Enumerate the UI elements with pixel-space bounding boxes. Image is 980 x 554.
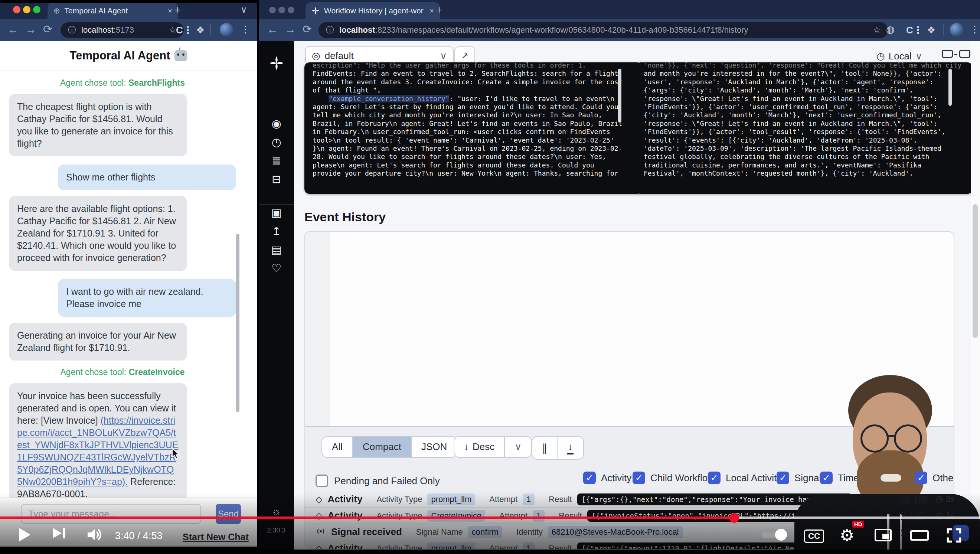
checkbox-checked[interactable]: ✓	[708, 471, 721, 484]
tab-search-chevron-icon[interactable]: ∨	[240, 5, 247, 15]
new-tab-button[interactable]: +	[175, 4, 181, 16]
captions-button[interactable]: CC	[804, 530, 824, 543]
robot-icon	[175, 50, 187, 61]
bookmark-star-icon[interactable]: ☆	[873, 25, 880, 35]
profile-avatar[interactable]	[950, 23, 963, 37]
zoom-window-button[interactable]	[288, 7, 294, 13]
view-mode-all[interactable]: All	[322, 437, 352, 457]
toolbar-divider	[210, 24, 211, 35]
pending-filter[interactable]: Pending and Failed Only	[315, 474, 440, 487]
code-panel-scrollbar[interactable]	[948, 69, 952, 106]
extensions-puzzle-icon[interactable]: ❖	[927, 24, 935, 36]
code-line: around the event dates 3. CreateInvoice:…	[313, 78, 634, 86]
filter-local-activity[interactable]: ✓Local Activity	[708, 471, 781, 484]
workflows-icon[interactable]: ◉	[259, 117, 294, 130]
glasses-right-lens	[894, 424, 922, 453]
url-host: localhost	[339, 25, 375, 35]
back-icon[interactable]: ←	[267, 24, 278, 35]
bookmark-star-icon[interactable]: ☆	[169, 25, 176, 35]
next-icon[interactable]	[53, 528, 65, 540]
checkbox-checked[interactable]: ✓	[915, 471, 927, 484]
new-tab-button[interactable]: +	[436, 4, 443, 16]
play-icon[interactable]	[19, 528, 30, 541]
sort-desc-button[interactable]: ↓Desc	[454, 437, 504, 457]
right-address-bar[interactable]: ⓘ localhost:8233/namespaces/default/work…	[318, 22, 888, 38]
chat-scrollbar[interactable]	[236, 234, 239, 412]
code-line: 'FindEvents'}}, {'actor': 'tool_result',…	[644, 128, 964, 136]
timezone-select[interactable]: ◷ Local ∨	[877, 51, 923, 62]
minimize-window-button[interactable]	[278, 7, 285, 13]
theater-mode-icon[interactable]	[910, 530, 929, 541]
import-icon[interactable]: ↥	[259, 224, 294, 238]
input-payload-panel[interactable]: escription": "Help the user gather args …	[304, 62, 642, 194]
checkbox-unchecked[interactable]	[315, 474, 328, 487]
code-line: }\n agent: Found an event! There's Carni…	[313, 145, 634, 153]
left-address-bar[interactable]: ⓘ localhost:5173 ☆	[60, 22, 184, 38]
site-info-icon[interactable]: ⓘ	[68, 24, 76, 36]
close-tab-icon[interactable]: ×	[168, 7, 172, 15]
view-mode-json[interactable]: JSON	[411, 437, 457, 457]
invoice-link[interactable]: (https://invoice.stripe.com/i/acct_1NBOL…	[17, 415, 178, 487]
sidebar-divider	[259, 204, 294, 205]
schedules-icon[interactable]: ◷	[259, 135, 294, 148]
site-info-icon[interactable]: ⓘ	[326, 24, 334, 36]
feedback-icon[interactable]: ♡	[259, 262, 294, 275]
checkbox-checked[interactable]: ✓	[633, 471, 645, 484]
checkbox-checked[interactable]: ✓	[583, 471, 596, 484]
download-button[interactable]: ↓	[557, 437, 583, 459]
labs-icon[interactable]: ▤	[259, 243, 294, 256]
url-path: :8233/namespaces/default/workflows/agent…	[375, 25, 748, 35]
temporal-logo-icon[interactable]	[269, 56, 284, 70]
onepassword-icon[interactable]: ◍	[886, 24, 895, 35]
reload-icon[interactable]: ⟳	[43, 24, 52, 35]
fullscreen-icon[interactable]	[946, 527, 962, 544]
close-tab-icon[interactable]: ×	[430, 7, 434, 15]
filter-activity[interactable]: ✓Activity	[583, 471, 632, 484]
back-icon[interactable]: ←	[8, 24, 19, 35]
reload-icon[interactable]: ⟳	[302, 24, 312, 35]
extension-c-icon[interactable]: C⋮	[906, 24, 923, 36]
browser-menu-icon[interactable]: ⋮	[970, 24, 980, 35]
filter-child-workflow[interactable]: ✓Child Workflow	[633, 471, 714, 484]
code-line: FindEvents: Find an event to travel to 2…	[313, 69, 634, 78]
forward-icon[interactable]: →	[25, 24, 37, 35]
browser-menu-icon[interactable]: ⋮	[240, 24, 250, 35]
tab-temporal-ai-agent[interactable]: ⊕ Temporal AI Agent ×	[48, 2, 178, 19]
minimize-window-button[interactable]	[23, 6, 30, 13]
page-scrollbar-thumb[interactable]	[972, 204, 978, 338]
nexus-icon[interactable]: ▣	[259, 206, 294, 219]
profile-avatar[interactable]	[220, 23, 233, 37]
settings-gear-icon[interactable]: ⚙	[840, 526, 854, 545]
deployments-icon[interactable]: ≣	[259, 154, 294, 167]
code-line: 28. Would you like to search for flights…	[313, 153, 634, 161]
zoom-window-button[interactable]	[33, 6, 40, 13]
filter-other[interactable]: ✓Other	[915, 471, 955, 484]
timezone-value: Local	[889, 51, 912, 62]
close-window-button[interactable]	[269, 7, 276, 13]
batch-icon[interactable]: ⊟	[259, 173, 294, 186]
labs-glasses-icon[interactable]	[942, 50, 970, 59]
code-line: 'FindEvents'}}, {'actor': 'user_confirme…	[644, 103, 964, 111]
glasses-left-lens	[861, 424, 889, 453]
forward-icon[interactable]: →	[285, 24, 296, 35]
video-time: 3:40 / 4:53	[115, 530, 162, 542]
volume-icon[interactable]	[86, 527, 102, 542]
miniplayer-icon[interactable]	[875, 529, 892, 541]
view-mode-compact[interactable]: Compact	[352, 437, 411, 457]
pause-button[interactable]: ∥	[532, 437, 557, 459]
extension-c-icon[interactable]: C⋮	[176, 24, 192, 36]
close-window-button[interactable]	[13, 6, 21, 13]
sort-chevron-button[interactable]: ∨	[504, 437, 531, 457]
result-payload-panel[interactable]: 'none'}}, {'next': 'question', 'response…	[635, 62, 972, 194]
autoplay-toggle[interactable]	[762, 532, 787, 538]
extensions-puzzle-icon[interactable]: ❖	[196, 24, 205, 36]
code-panel-scrollbar[interactable]	[618, 69, 621, 123]
namespace-value: default	[325, 50, 354, 62]
code-line: 'response': \"Great! Let's find an event…	[644, 119, 964, 128]
chat-scroll-area[interactable]: Agent chose tool: SearchFlightsThe cheap…	[0, 71, 245, 498]
agent-message-bubble: Your invoice has been successfully gener…	[9, 383, 187, 498]
code-line: Brazil, in February\n agent: Great! Let'…	[313, 119, 634, 128]
filter-label: Child Workflow	[651, 472, 714, 484]
tab-workflow-history[interactable]: Workflow History | agent-wor ×	[305, 2, 440, 19]
checkbox-checked[interactable]: ✓	[776, 471, 789, 484]
